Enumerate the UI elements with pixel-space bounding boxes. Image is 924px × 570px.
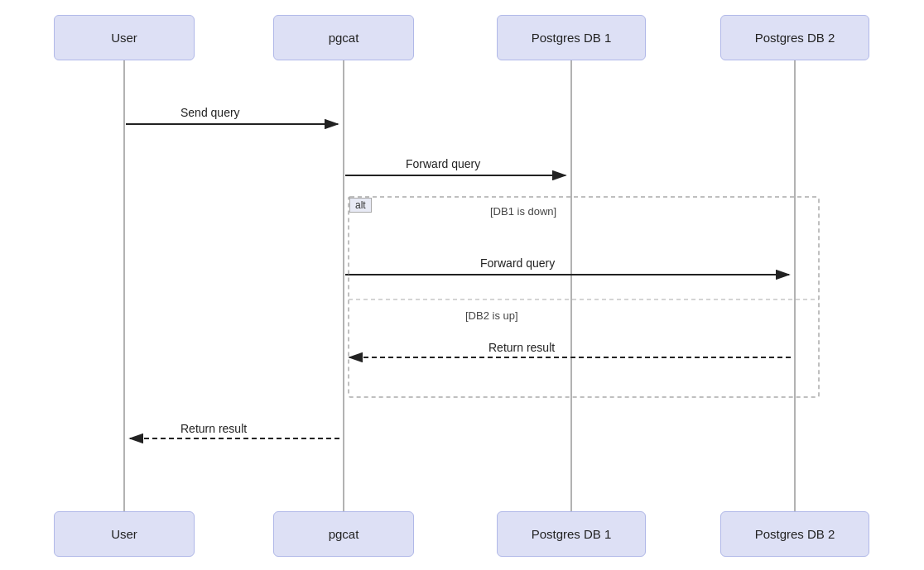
arrows-svg — [0, 0, 924, 570]
sequence-diagram: User pgcat Postgres DB 1 Postgres DB 2 U… — [0, 0, 924, 570]
participant-pgcat-bottom-label: pgcat — [329, 527, 359, 541]
participant-user-top: User — [54, 15, 195, 60]
participant-db1-bottom: Postgres DB 1 — [497, 511, 646, 557]
participant-user-bottom: User — [54, 511, 195, 557]
condition-db1-down: [DB1 is down] — [490, 205, 556, 218]
participant-pgcat-top-label: pgcat — [329, 31, 359, 45]
participant-db2-bottom-label: Postgres DB 2 — [755, 527, 835, 541]
participant-pgcat-top: pgcat — [273, 15, 414, 60]
participant-user-bottom-label: User — [111, 527, 137, 541]
participant-db2-top-label: Postgres DB 2 — [755, 31, 835, 45]
return-result-1-label: Return result — [488, 341, 555, 354]
forward-query-2-label: Forward query — [480, 256, 555, 270]
return-result-2-label: Return result — [180, 422, 247, 435]
participant-db1-top: Postgres DB 1 — [497, 15, 646, 60]
condition-db2-up: [DB2 is up] — [465, 309, 518, 322]
alt-box-rect — [349, 197, 819, 397]
participant-db1-bottom-label: Postgres DB 1 — [532, 527, 612, 541]
participant-pgcat-bottom: pgcat — [273, 511, 414, 557]
send-query-label: Send query — [180, 106, 240, 119]
participant-db1-top-label: Postgres DB 1 — [532, 31, 612, 45]
alt-badge: alt — [349, 198, 372, 213]
participant-user-top-label: User — [111, 31, 137, 45]
forward-query-1-label: Forward query — [406, 157, 480, 170]
participant-db2-bottom: Postgres DB 2 — [720, 511, 869, 557]
participant-db2-top: Postgres DB 2 — [720, 15, 869, 60]
